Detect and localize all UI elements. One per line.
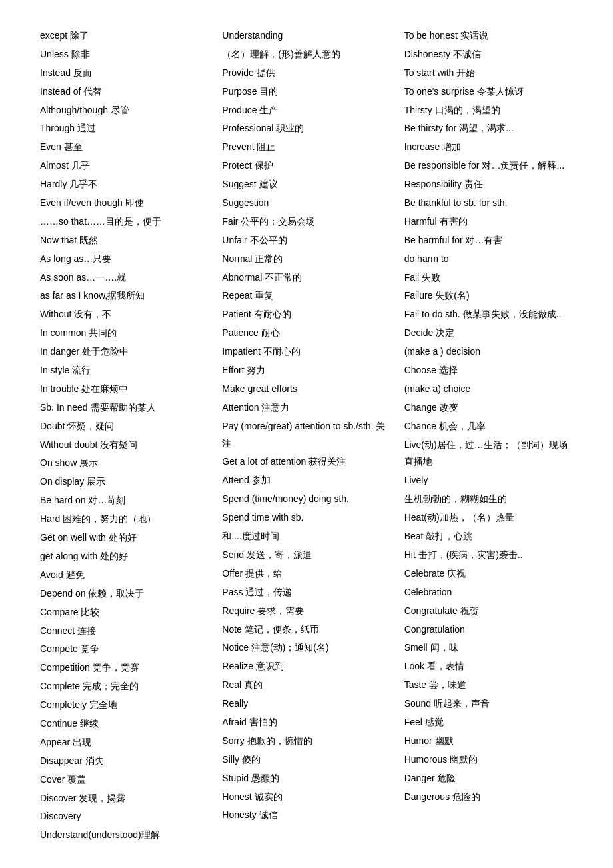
list-item: Decide 决定 bbox=[404, 324, 573, 343]
list-item: (make a) choice bbox=[404, 380, 573, 399]
list-item: Complete 完成；完全的 bbox=[40, 677, 209, 696]
list-item: Compare 比较 bbox=[40, 603, 209, 622]
list-item: Get a lot of attention 获得关注 bbox=[222, 453, 390, 471]
list-item: 和....度过时间 bbox=[222, 527, 390, 546]
list-item: Avoid 避免 bbox=[40, 566, 209, 585]
list-item: Appear 出现 bbox=[40, 733, 209, 752]
list-item: Spend time with sb. bbox=[222, 509, 390, 527]
list-item: Sorry 抱歉的，惋惜的 bbox=[222, 732, 390, 751]
list-item: Smell 闻，味 bbox=[404, 639, 573, 657]
list-item: Be hard on 对…苛刻 bbox=[40, 491, 209, 510]
list-item: Unfair 不公平的 bbox=[222, 231, 390, 250]
list-item: Silly 傻的 bbox=[222, 751, 390, 769]
list-item: Increase 增加 bbox=[404, 138, 573, 157]
list-item: Impatient 不耐心的 bbox=[222, 343, 390, 361]
list-item: Fail to do sth. 做某事失败，没能做成.. bbox=[404, 305, 573, 324]
list-item: To one's surprise 令某人惊讶 bbox=[404, 83, 573, 101]
list-item: Almost 几乎 bbox=[40, 157, 209, 175]
list-item: Sound 听起来，声音 bbox=[404, 695, 573, 713]
list-item: Purpose 目的 bbox=[222, 83, 390, 101]
list-item: Although/though 尽管 bbox=[40, 101, 209, 120]
list-item: Honesty 诚信 bbox=[222, 806, 390, 825]
list-item: Produce 生产 bbox=[222, 101, 390, 120]
list-item: Harmful 有害的 bbox=[404, 213, 573, 231]
list-item: Realize 意识到 bbox=[222, 657, 390, 676]
list-item: Celebrate 庆祝 bbox=[404, 565, 573, 583]
list-item: Celebration bbox=[404, 583, 573, 602]
list-item: Congratulation bbox=[404, 621, 573, 639]
list-item: （名）理解，(形)善解人意的 bbox=[222, 45, 390, 64]
list-item: As soon as…一….就 bbox=[40, 269, 209, 287]
list-item: Instead 反而 bbox=[40, 64, 209, 83]
list-item: Patient 有耐心的 bbox=[222, 305, 390, 324]
list-item: Lively bbox=[404, 471, 573, 490]
list-item: Repeat 重复 bbox=[222, 287, 390, 305]
list-item: Chance 机会，几率 bbox=[404, 417, 573, 436]
list-item: Beat 敲打，心跳 bbox=[404, 527, 573, 546]
list-item: Through 通过 bbox=[40, 119, 209, 138]
list-item: Dishonesty 不诚信 bbox=[404, 45, 573, 64]
list-item: On show 展示 bbox=[40, 454, 209, 473]
list-item: In style 流行 bbox=[40, 361, 209, 380]
list-item: Humorous 幽默的 bbox=[404, 751, 573, 769]
list-item: Understand(understood)理解 bbox=[40, 826, 209, 845]
list-item: Pay (more/great) attention to sb./sth. 关… bbox=[222, 417, 390, 453]
list-item: 生机勃勃的，糊糊如生的 bbox=[404, 490, 573, 509]
list-item: Fair 公平的；交易会场 bbox=[222, 213, 390, 231]
list-item: Live(动)居住，过…生活；（副词）现场直播地 bbox=[404, 436, 573, 472]
list-item: Attend 参加 bbox=[222, 471, 390, 490]
list-item: In common 共同的 bbox=[40, 324, 209, 343]
list-item: Make great efforts bbox=[222, 380, 390, 399]
list-item: Without 没有，不 bbox=[40, 305, 209, 324]
list-item: Compete 竞争 bbox=[40, 640, 209, 659]
list-item: Unless 除非 bbox=[40, 45, 209, 64]
list-item: Choose 选择 bbox=[404, 361, 573, 380]
list-item: Be harmful for 对…有害 bbox=[404, 231, 573, 250]
list-item: Cover 覆盖 bbox=[40, 771, 209, 789]
list-item: Send 发送，寄，派遣 bbox=[222, 546, 390, 565]
list-item: Normal 正常的 bbox=[222, 250, 390, 269]
list-item: Professional 职业的 bbox=[222, 119, 390, 138]
list-item: Discover 发现，揭露 bbox=[40, 789, 209, 808]
list-item: Instead of 代替 bbox=[40, 83, 209, 101]
list-item: Be responsible for 对…负责任，解释... bbox=[404, 157, 573, 175]
list-item: Prevent 阻止 bbox=[222, 138, 390, 157]
list-item: Look 看，表情 bbox=[404, 657, 573, 676]
list-item: Be thirsty for 渴望，渴求... bbox=[404, 119, 573, 138]
list-item: Suggest 建议 bbox=[222, 175, 390, 194]
list-item: Sb. In need 需要帮助的某人 bbox=[40, 399, 209, 417]
list-item: Heat(动)加热，（名）热量 bbox=[404, 509, 573, 527]
column-2: Understanding（名）理解，(形)善解人意的Provide 提供Pur… bbox=[222, 27, 390, 845]
list-item: Patience 耐心 bbox=[222, 324, 390, 343]
list-item: Discovery bbox=[40, 807, 209, 826]
list-item: Change 改变 bbox=[404, 399, 573, 417]
list-item: Competition 竞争，竞赛 bbox=[40, 659, 209, 677]
list-item: (make a ) decision bbox=[404, 343, 573, 361]
list-item: On display 展示 bbox=[40, 473, 209, 491]
list-item: As long as…只要 bbox=[40, 250, 209, 269]
list-item: Protect 保护 bbox=[222, 157, 390, 175]
list-item: Real 真的 bbox=[222, 676, 390, 695]
list-item: ……so that……目的是，便于 bbox=[40, 213, 209, 231]
list-item: Completely 完全地 bbox=[40, 696, 209, 715]
list-item: Honest 诚实的 bbox=[222, 788, 390, 807]
list-item: Require 要求，需要 bbox=[222, 602, 390, 621]
list-item: Responsibility 责任 bbox=[404, 175, 573, 194]
list-item: Disappear 消失 bbox=[40, 752, 209, 771]
list-item: Depend on 依赖，取决于 bbox=[40, 585, 209, 603]
list-item: Humor 幽默 bbox=[404, 732, 573, 751]
list-item: Even 甚至 bbox=[40, 138, 209, 157]
list-item: Hit 击打，(疾病，灾害)袭击.. bbox=[404, 546, 573, 565]
list-item: do harm to bbox=[404, 250, 573, 269]
list-item: Pass 通过，传递 bbox=[222, 583, 390, 602]
list-item: Abnormal 不正常的 bbox=[222, 269, 390, 287]
list-item: In danger 处于危险中 bbox=[40, 343, 209, 361]
list-item: In trouble 处在麻烦中 bbox=[40, 380, 209, 399]
list-item: Connect 连接 bbox=[40, 622, 209, 641]
list-item: Provide 提供 bbox=[222, 64, 390, 83]
list-item: Understanding bbox=[222, 27, 390, 45]
list-item: Spend (time/money) doing sth. bbox=[222, 490, 390, 509]
list-item: get along with 处的好 bbox=[40, 547, 209, 566]
list-item: as far as I know,据我所知 bbox=[40, 287, 209, 305]
column-1: except 除了Unless 除非Instead 反而Instead of 代… bbox=[40, 27, 209, 845]
